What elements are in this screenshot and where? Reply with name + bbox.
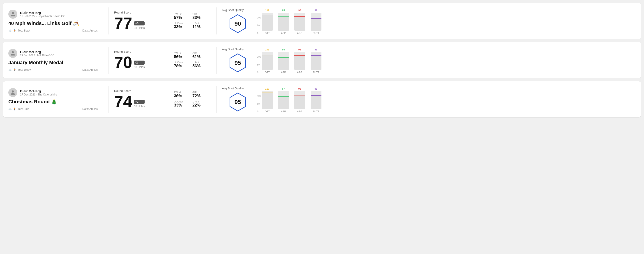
divider-3: [216, 47, 216, 74]
holes-text: 18 Holes: [134, 66, 144, 69]
user-row: Blair McHarg29 Jan 2022 · Mill Ride GCC: [8, 49, 98, 58]
score-section: Round Score77+518 Holes: [114, 11, 159, 31]
round-score-label: Round Score: [114, 11, 159, 14]
bar-axis-label: APP: [281, 110, 286, 113]
bar-value-label: 96: [298, 48, 301, 51]
tee-label: Tee: Blue: [18, 107, 29, 111]
score-number: 74: [114, 94, 132, 110]
weather-icon: ☁️: [8, 68, 12, 71]
bar-wrapper: [310, 52, 322, 70]
tee-info: ☁️🏌️Tee: Blue: [8, 107, 29, 111]
stat-label: Up/Down: [174, 61, 189, 64]
stat-label: GIR: [192, 13, 207, 15]
stat-gir: GIR83%: [192, 13, 207, 20]
stats-grid: FW Hit36%GIR72%Up/Down33%1 Putt22%: [174, 91, 207, 108]
bar-value-label: 95: [282, 9, 285, 12]
bar-line: [294, 16, 305, 17]
bar-fill: [262, 55, 273, 70]
score-row: 77+518 Holes: [114, 15, 159, 31]
round-title: 40 Mph Winds... Links Golf 🪃: [8, 20, 98, 26]
bar-group-app: 95APP: [278, 9, 289, 34]
score-badge-col: -218 Holes: [134, 61, 144, 70]
stat-value: 61%: [192, 54, 207, 59]
quality-score: 95: [234, 98, 241, 105]
bar-wrapper: [294, 13, 305, 31]
score-diff-badge: -2: [134, 61, 144, 65]
bar-line: [262, 93, 273, 93]
bar-wrapper: [294, 52, 305, 70]
chart-section: 100500101OTT86APP96ARG99PUTT: [254, 47, 636, 74]
stats-grid: FW Hit86%GIR61%Up/Down78%1 Putt56%: [174, 52, 207, 68]
divider-2: [165, 7, 165, 34]
bar-fill: [278, 16, 289, 31]
tee-label: Tee: Black: [18, 29, 30, 32]
bar-axis-label: OTT: [265, 110, 270, 113]
holes-text: 18 Holes: [134, 26, 144, 29]
bar-chart: 107OTT95APP98ARG82PUTT: [262, 7, 322, 34]
quality-section: Avg Shot Quality95: [222, 87, 254, 112]
quality-label: Avg Shot Quality: [222, 8, 244, 12]
user-info: Blair McHarg27 Dec 2021 · The Oxfordshir…: [20, 89, 57, 96]
bar-line: [278, 16, 289, 17]
stat-label: FW Hit: [174, 52, 189, 54]
avatar: [8, 10, 17, 19]
stat-value: 33%: [174, 103, 189, 108]
bar-value-label: 99: [315, 48, 318, 51]
round-score-label: Round Score: [114, 50, 159, 53]
bar-group-app: 86APP: [278, 48, 289, 74]
round-title: Christmas Round 🎄: [8, 99, 98, 105]
stat-value: 86%: [174, 54, 189, 59]
bar-wrapper: [294, 91, 305, 109]
round-card: Blair McHarg27 Dec 2021 · The Oxfordshir…: [3, 81, 641, 118]
bar-value-label: 86: [282, 48, 285, 51]
score-badge-col: +218 Holes: [134, 100, 144, 110]
round-meta: 27 Dec 2021 · The Oxfordshire: [20, 93, 57, 96]
bar-line: [294, 55, 305, 56]
stat-oneputt: 1 Putt11%: [192, 22, 207, 29]
bar-line: [310, 18, 322, 19]
bar-line: [262, 55, 273, 55]
bar-axis-label: OTT: [265, 71, 270, 74]
stat-label: 1 Putt: [192, 22, 207, 24]
stats-section: FW Hit86%GIR61%Up/Down78%1 Putt56%: [170, 52, 211, 68]
round-meta: 12 Feb 2022 · Royal North Devon GC: [20, 15, 65, 18]
user-info: Blair McHarg29 Jan 2022 · Mill Ride GCC: [20, 50, 54, 57]
quality-section: Avg Shot Quality95: [222, 47, 254, 73]
bar-axis-label: APP: [281, 32, 286, 34]
chart-section: 100500107OTT95APP98ARG82PUTT: [254, 7, 636, 34]
left-section: Blair McHarg27 Dec 2021 · The Oxfordshir…: [8, 88, 103, 111]
divider-3: [216, 86, 216, 113]
bar-group-arg: 96ARG: [294, 48, 305, 74]
stat-label: GIR: [192, 52, 207, 54]
card-footer: ☁️🏌️Tee: BlueData: Arccos: [8, 107, 98, 111]
bag-icon: 🏌️: [13, 29, 16, 32]
round-title: January Monthly Medal: [8, 60, 98, 66]
bar-wrapper: [262, 91, 273, 109]
round-card: Blair McHarg29 Jan 2022 · Mill Ride GCCJ…: [3, 42, 641, 78]
divider-2: [165, 86, 165, 113]
bar-fill: [294, 95, 305, 109]
stat-gir: GIR72%: [192, 91, 207, 98]
bar-group-ott: 110OTT: [262, 87, 273, 113]
stat-gir: GIR61%: [192, 52, 207, 59]
bar-value-label: 87: [282, 87, 285, 90]
score-number: 77: [114, 15, 132, 31]
score-badge-col: +518 Holes: [134, 21, 144, 31]
user-row: Blair McHarg27 Dec 2021 · The Oxfordshir…: [8, 88, 98, 97]
quality-score: 95: [234, 59, 241, 66]
bar-value-label: 107: [265, 9, 269, 12]
bar-axis-label: ARG: [297, 32, 302, 34]
bar-group-ott: 107OTT: [262, 9, 273, 34]
avatar: [8, 49, 17, 58]
bar-value-label: 93: [315, 87, 318, 90]
bar-chart: 110OTT87APP95ARG93PUTT: [262, 86, 322, 113]
person-icon: [10, 51, 16, 56]
round-score-label: Round Score: [114, 89, 159, 93]
bar-axis-label: APP: [281, 71, 286, 74]
score-diff-badge: +2: [134, 100, 144, 104]
chart-section: 100500110OTT87APP95ARG93PUTT: [254, 86, 636, 113]
bar-fill: [310, 55, 322, 70]
stat-label: GIR: [192, 91, 207, 94]
bar-fill: [278, 57, 289, 70]
round-meta: 29 Jan 2022 · Mill Ride GCC: [20, 54, 54, 57]
